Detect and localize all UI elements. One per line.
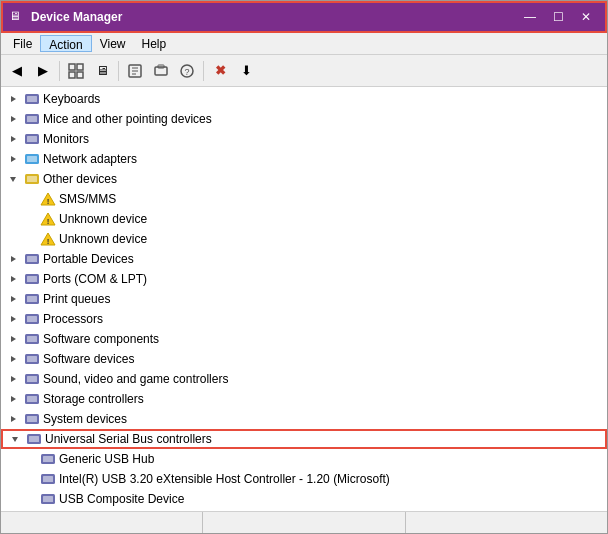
svg-text:?: ? [184, 67, 189, 77]
tree-item-sound[interactable]: Sound, video and game controllers [1, 369, 607, 389]
devmgr-icon [153, 63, 169, 79]
expand-icon-portable[interactable] [5, 251, 21, 267]
tree-item-portable[interactable]: Portable Devices [1, 249, 607, 269]
svg-rect-35 [27, 256, 37, 262]
expand-icon-usb[interactable] [7, 431, 23, 447]
device-icon-sound [24, 371, 40, 387]
device-tree[interactable]: Keyboards Mice and other pointing device… [1, 87, 607, 511]
minimize-button[interactable]: — [517, 7, 543, 27]
item-label-other-devices: Other devices [43, 172, 117, 186]
menu-action[interactable]: Action [40, 35, 91, 52]
expand-icon-intel-usb [21, 471, 37, 487]
tree-item-software-comp[interactable]: Software components [1, 329, 607, 349]
menu-view[interactable]: View [92, 35, 134, 52]
device-icon-ports [24, 271, 40, 287]
show-icon [68, 63, 84, 79]
svg-rect-44 [27, 316, 37, 322]
menu-help[interactable]: Help [134, 35, 175, 52]
computer-button[interactable]: 🖥 [90, 59, 114, 83]
svg-rect-1 [77, 64, 83, 70]
help-icon-button[interactable]: ? [175, 59, 199, 83]
svg-rect-2 [69, 72, 75, 78]
item-label-mice: Mice and other pointing devices [43, 112, 212, 126]
device-icon-unknown1: ! [40, 211, 56, 227]
expand-icon-keyboards[interactable] [5, 91, 21, 107]
svg-rect-66 [43, 476, 53, 482]
expand-icon-software-dev[interactable] [5, 351, 21, 367]
svg-marker-36 [11, 276, 16, 282]
svg-rect-53 [27, 376, 37, 382]
svg-marker-39 [11, 296, 16, 302]
item-label-processors: Processors [43, 312, 103, 326]
title-bar: 🖥 Device Manager — ☐ ✕ [1, 1, 607, 33]
expand-icon-unknown1 [21, 211, 37, 227]
tree-item-mice[interactable]: Mice and other pointing devices [1, 109, 607, 129]
tree-item-software-dev[interactable]: Software devices [1, 349, 607, 369]
expand-icon-sound[interactable] [5, 371, 21, 387]
tree-item-unknown1[interactable]: ! Unknown device [1, 209, 607, 229]
item-label-usb-composite: USB Composite Device [59, 492, 184, 506]
menu-file[interactable]: File [5, 35, 40, 52]
show-button[interactable] [64, 59, 88, 83]
toolbar-sep-2 [118, 61, 119, 81]
tree-item-print-queues[interactable]: Print queues [1, 289, 607, 309]
device-icon-software-comp [24, 331, 40, 347]
tree-item-sms-mms[interactable]: ! SMS/MMS [1, 189, 607, 209]
properties-button[interactable] [123, 59, 147, 83]
device-icon-sms-mms: ! [40, 191, 56, 207]
close-button[interactable]: ✕ [573, 7, 599, 27]
back-button[interactable]: ◀ [5, 59, 29, 83]
toolbar-sep-3 [203, 61, 204, 81]
tree-item-system[interactable]: System devices [1, 409, 607, 429]
expand-icon-ports[interactable] [5, 271, 21, 287]
toolbar-sep-1 [59, 61, 60, 81]
item-label-portable: Portable Devices [43, 252, 134, 266]
tree-item-other-devices[interactable]: Other devices [1, 169, 607, 189]
expand-icon-processors[interactable] [5, 311, 21, 327]
title-controls: — ☐ ✕ [517, 7, 599, 27]
item-label-unknown1: Unknown device [59, 212, 147, 226]
expand-icon-storage[interactable] [5, 391, 21, 407]
uninstall-button[interactable]: ✖ [208, 59, 232, 83]
forward-button[interactable]: ▶ [31, 59, 55, 83]
svg-rect-20 [27, 136, 37, 142]
tree-item-intel-usb[interactable]: Intel(R) USB 3.20 eXtensible Host Contro… [1, 469, 607, 489]
expand-icon-print-queues[interactable] [5, 291, 21, 307]
tree-item-storage[interactable]: Storage controllers [1, 389, 607, 409]
svg-rect-68 [43, 496, 53, 502]
expand-icon-usb-composite [21, 491, 37, 507]
tree-item-keyboards[interactable]: Keyboards [1, 89, 607, 109]
device-icon-usb-composite [40, 491, 56, 507]
maximize-button[interactable]: ☐ [545, 7, 571, 27]
tree-item-unknown2[interactable]: ! Unknown device [1, 229, 607, 249]
expand-icon-other-devices[interactable] [5, 171, 21, 187]
expand-icon-monitors[interactable] [5, 131, 21, 147]
svg-rect-56 [27, 396, 37, 402]
tree-item-generic-hub[interactable]: Generic USB Hub [1, 449, 607, 469]
tree-item-network[interactable]: Network adapters [1, 149, 607, 169]
device-icon-usb [26, 431, 42, 447]
expand-icon-software-comp[interactable] [5, 331, 21, 347]
svg-marker-33 [11, 256, 16, 262]
expand-icon-network[interactable] [5, 151, 21, 167]
item-label-print-queues: Print queues [43, 292, 110, 306]
expand-icon-mice[interactable] [5, 111, 21, 127]
device-icon-processors [24, 311, 40, 327]
expand-icon-system[interactable] [5, 411, 21, 427]
svg-marker-60 [12, 437, 18, 442]
tree-item-ports[interactable]: Ports (COM & LPT) [1, 269, 607, 289]
tree-item-monitors[interactable]: Monitors [1, 129, 607, 149]
svg-rect-3 [77, 72, 83, 78]
svg-marker-15 [11, 116, 16, 122]
tree-item-usb[interactable]: Universal Serial Bus controllers [1, 429, 607, 449]
svg-rect-64 [43, 456, 53, 462]
tree-item-processors[interactable]: Processors [1, 309, 607, 329]
device-icon-storage [24, 391, 40, 407]
update-button[interactable]: ⬇ [234, 59, 258, 83]
status-bar [1, 511, 607, 533]
device-icon-portable [24, 251, 40, 267]
item-label-system: System devices [43, 412, 127, 426]
tree-item-usb-composite[interactable]: USB Composite Device [1, 489, 607, 509]
device-manager-button[interactable] [149, 59, 173, 83]
device-icon-other-devices [24, 171, 40, 187]
